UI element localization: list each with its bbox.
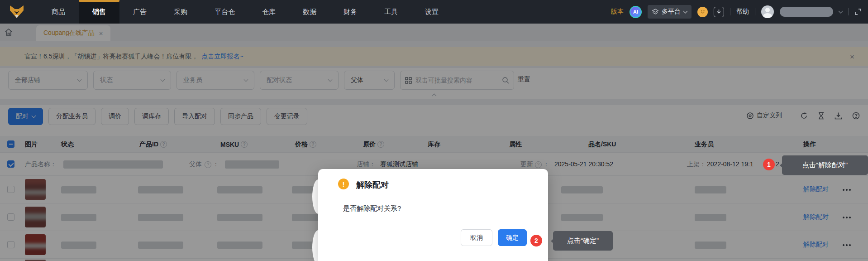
nav-item-finance[interactable]: 财务 (330, 0, 371, 24)
nav-item-sales[interactable]: 销售 (79, 0, 119, 24)
main-menu: 商品 销售 广告 采购 平台仓 仓库 数据 财务 工具 设置 (38, 0, 452, 24)
nav-item-warehouse[interactable]: 仓库 (248, 0, 289, 24)
version-link[interactable]: 版本 (611, 8, 624, 16)
nav-item-platform-wh[interactable]: 平台仓 (201, 0, 248, 24)
nav-item-ads[interactable]: 广告 (119, 0, 160, 24)
username-redacted (780, 7, 833, 17)
user-avatar[interactable] (761, 5, 774, 18)
divider (730, 8, 730, 15)
nav-item-purchase[interactable]: 采购 (160, 0, 201, 24)
chevron-down-icon[interactable] (839, 9, 843, 14)
chevron-down-icon (683, 9, 688, 14)
reward-coin-icon[interactable] (697, 7, 708, 17)
layers-icon (652, 9, 658, 15)
cancel-button[interactable]: 取消 (461, 229, 492, 246)
nav-item-settings[interactable]: 设置 (411, 0, 452, 24)
platform-label: 多平台 (662, 8, 681, 16)
step-1-tooltip: 点击“解除配对” (782, 155, 868, 175)
confirm-button[interactable]: 确定 (498, 229, 527, 246)
nav-item-products[interactable]: 商品 (38, 0, 79, 24)
help-link[interactable]: 帮助 (736, 8, 749, 16)
divider (755, 8, 755, 15)
nav-item-data[interactable]: 数据 (289, 0, 330, 24)
step-2-badge: 2 (530, 235, 542, 246)
nav-right-cluster: 版本 AI 多平台 帮助 (611, 0, 862, 24)
step-2-tooltip: 点击“确定” (553, 231, 613, 251)
brand-fox-logo-icon[interactable] (9, 4, 25, 19)
top-nav: 商品 销售 广告 采购 平台仓 仓库 数据 财务 工具 设置 版本 AI 多平台 (0, 0, 868, 24)
dialog-message: 是否解除配对关系? (343, 204, 401, 213)
step-1-badge: 1 (763, 159, 775, 170)
app-screen: 商品 销售 广告 采购 平台仓 仓库 数据 财务 工具 设置 版本 AI 多平台 (0, 0, 868, 261)
dialog-title: 解除配对 (356, 179, 389, 190)
unpair-confirm-dialog: ! 解除配对 是否解除配对关系? 取消 确定 (318, 169, 548, 261)
nav-item-tools[interactable]: 工具 (371, 0, 411, 24)
fullscreen-icon[interactable] (854, 8, 862, 15)
warning-icon: ! (338, 179, 349, 189)
ai-assistant-button[interactable]: AI (630, 6, 642, 18)
divider (848, 8, 849, 15)
download-center-icon[interactable] (714, 7, 724, 17)
multi-platform-switcher[interactable]: 多平台 (648, 5, 692, 19)
